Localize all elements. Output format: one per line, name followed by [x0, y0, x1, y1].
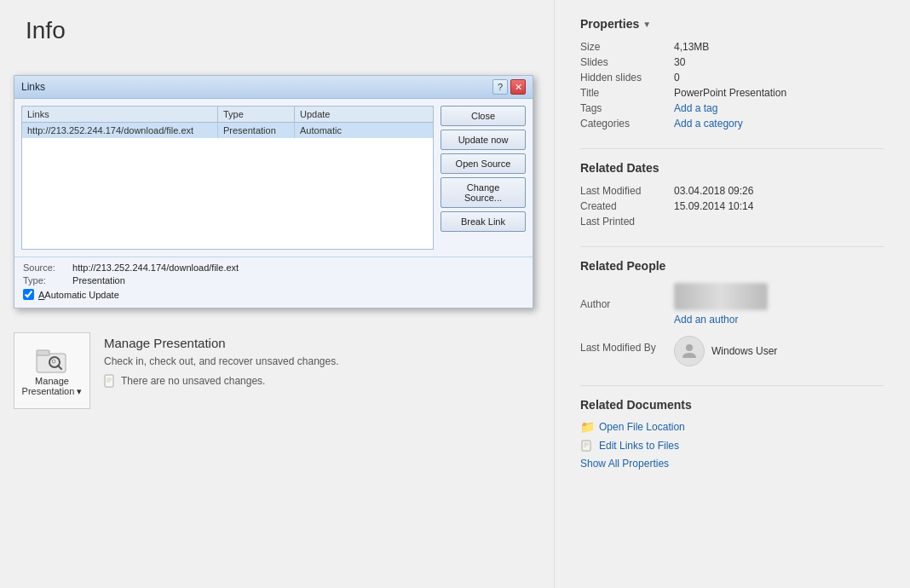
links-dialog: Links ? ✕ Links Type Update: [14, 75, 533, 308]
date-label-created: Created: [580, 199, 674, 214]
last-modified-info: Windows User: [674, 336, 884, 366]
prop-label-slides: Slides: [580, 55, 674, 70]
manage-section: ManagePresentation ▾ Manage Presentation…: [14, 332, 339, 409]
manage-text-area: Manage Presentation Check in, check out,…: [104, 332, 339, 388]
related-people-section: Related People Author Add an author: [580, 259, 884, 368]
last-modified-by-row: Last Modified By Window: [580, 327, 884, 368]
properties-section: Properties ▼ Size 4,13MB Slides 30 Hidde…: [580, 17, 884, 131]
prop-value-tags[interactable]: Add a tag: [674, 101, 884, 116]
dialog-close-button[interactable]: ✕: [510, 79, 526, 95]
prop-label-categories: Categories: [580, 116, 674, 131]
auto-update-checkbox[interactable]: [23, 289, 34, 300]
row-link: http://213.252.244.174/download/file.ext: [22, 123, 218, 138]
separator-3: [580, 385, 884, 386]
break-link-button[interactable]: Break Link: [441, 211, 526, 232]
prop-label-tags: Tags: [580, 101, 674, 116]
row-type: Presentation: [218, 123, 295, 138]
links-table-body[interactable]: http://213.252.244.174/download/file.ext…: [21, 122, 434, 250]
edit-links-icon: [580, 439, 594, 453]
manage-title: Manage Presentation: [104, 336, 339, 350]
show-all-properties-link[interactable]: Show All Properties: [580, 458, 884, 470]
dialog-help-button[interactable]: ?: [492, 79, 508, 95]
dialog-content: Links Type Update http://213.252.244.174…: [14, 99, 533, 257]
svg-rect-10: [582, 441, 590, 451]
properties-table: Size 4,13MB Slides 30 Hidden slides 0 Ti…: [580, 39, 884, 131]
date-row-printed: Last Printed: [580, 214, 884, 229]
open-file-location-icon: 📁: [580, 420, 594, 434]
last-modified-by-value: Windows User: [674, 327, 884, 368]
last-modified-by-label: Last Modified By: [580, 327, 674, 368]
row-update: Automatic: [295, 123, 363, 138]
dialog-title: Links: [21, 81, 45, 93]
edit-links-link[interactable]: Edit Links to Files: [599, 440, 679, 452]
dialog-footer: Source: http://213.252.244.174/download/…: [14, 257, 533, 308]
prop-row-categories: Categories Add a category: [580, 116, 884, 131]
open-source-button[interactable]: Open Source: [441, 153, 526, 174]
manage-icon: [36, 345, 68, 376]
prop-label-hidden: Hidden slides: [580, 70, 674, 85]
related-dates-table: Last Modified 03.04.2018 09:26 Created 1…: [580, 183, 884, 229]
change-source-button[interactable]: Change Source...: [441, 177, 526, 208]
author-info: [674, 283, 884, 310]
related-dates-section: Related Dates Last Modified 03.04.2018 0…: [580, 161, 884, 229]
date-label-printed: Last Printed: [580, 214, 674, 229]
manage-description: Check in, check out, and recover unsaved…: [104, 355, 339, 367]
svg-rect-5: [105, 375, 113, 387]
related-doc-item-1[interactable]: 📁 Open File Location: [580, 420, 884, 434]
last-modified-name: Windows User: [711, 345, 777, 357]
no-changes-row: There are no unsaved changes.: [104, 374, 339, 388]
no-changes-text: There are no unsaved changes.: [121, 375, 265, 387]
auto-update-row: AAutomatic Update: [23, 289, 524, 300]
auto-update-label: AAutomatic Update: [38, 290, 119, 300]
properties-heading: Properties ▼: [580, 17, 884, 31]
manage-presentation-button[interactable]: ManagePresentation ▾: [14, 332, 90, 409]
related-docs-section: Related Documents 📁 Open File Location E…: [580, 398, 884, 470]
prop-row-title: Title PowerPoint Presentation: [580, 85, 884, 101]
svg-rect-1: [37, 350, 49, 355]
person-avatar: [674, 336, 705, 366]
date-value-modified: 03.04.2018 09:26: [674, 183, 884, 199]
separator-2: [580, 246, 884, 247]
prop-value-categories[interactable]: Add a category: [674, 116, 884, 131]
table-row[interactable]: http://213.252.244.174/download/file.ext…: [22, 123, 433, 138]
no-changes-icon: [104, 374, 116, 388]
main-container: Info Links ? ✕ Links Type Update: [0, 0, 910, 588]
col-header-type: Type: [218, 107, 295, 122]
date-value-printed: [674, 214, 884, 229]
author-name-blurred: [674, 283, 768, 310]
prop-label-title: Title: [580, 85, 674, 101]
manage-btn-label: ManagePresentation ▾: [22, 376, 83, 397]
avatar-icon: [679, 341, 700, 361]
open-file-location-link[interactable]: Open File Location: [599, 421, 685, 433]
page-title: Info: [26, 17, 528, 44]
related-people-heading: Related People: [580, 259, 884, 273]
source-value: http://213.252.244.174/download/file.ext: [72, 262, 239, 273]
type-label: Type:: [23, 275, 70, 285]
author-label: Author: [580, 281, 674, 327]
related-doc-item-2[interactable]: Edit Links to Files: [580, 439, 884, 453]
links-table-header: Links Type Update: [21, 106, 434, 122]
prop-row-hidden: Hidden slides 0: [580, 70, 884, 85]
add-author-link[interactable]: Add an author: [674, 314, 738, 326]
prop-label-size: Size: [580, 39, 674, 55]
prop-row-slides: Slides 30: [580, 55, 884, 70]
update-now-button[interactable]: Update now: [441, 130, 526, 150]
date-row-created: Created 15.09.2014 10:14: [580, 199, 884, 214]
close-button[interactable]: Close: [441, 106, 526, 126]
source-label: Source:: [23, 262, 70, 273]
related-docs-heading: Related Documents: [580, 398, 884, 412]
prop-value-size: 4,13MB: [674, 39, 884, 55]
prop-row-size: Size 4,13MB: [580, 39, 884, 55]
source-row: Source: http://213.252.244.174/download/…: [23, 262, 524, 273]
author-row: Author Add an author: [580, 281, 884, 327]
dialog-action-buttons: Close Update now Open Source Change Sour…: [441, 106, 526, 250]
type-value: Presentation: [72, 275, 125, 285]
properties-arrow[interactable]: ▼: [642, 20, 651, 29]
right-panel: Properties ▼ Size 4,13MB Slides 30 Hidde…: [554, 0, 910, 588]
related-dates-heading: Related Dates: [580, 161, 884, 175]
date-value-created: 15.09.2014 10:14: [674, 199, 884, 214]
dialog-titlebar: Links ? ✕: [14, 76, 533, 99]
author-value: Add an author: [674, 281, 884, 327]
dialog-controls: ? ✕: [492, 79, 526, 95]
prop-value-title: PowerPoint Presentation: [674, 85, 884, 101]
